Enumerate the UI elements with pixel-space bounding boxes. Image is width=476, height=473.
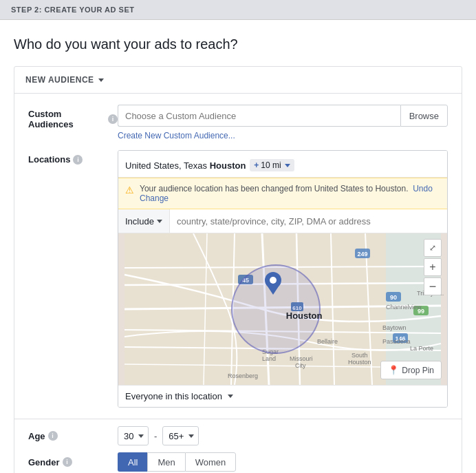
svg-text:Pasadena: Pasadena [382, 338, 411, 345]
age-label: Age i [28, 431, 118, 441]
map-container: 249 45 90 146 99 Channelview [118, 233, 447, 385]
gender-men-button[interactable]: Men [147, 452, 184, 472]
city-name: Houston [210, 160, 246, 171]
locations-content: United States, Texas Houston + 10 mi [118, 150, 448, 408]
main-title: Who do you want your ads to reach? [14, 36, 462, 52]
map-controls: ⤢ + − [424, 239, 442, 295]
custom-audiences-row: Custom Audiences i Browse Create New Cus… [28, 105, 448, 140]
svg-text:South: South [351, 352, 368, 359]
custom-audiences-content: Browse Create New Custom Audience... [118, 105, 448, 140]
warning-text: Your audience location has been changed … [140, 184, 409, 193]
age-to-select[interactable]: 65+ 18 21 25 30 35 40 45 50 55 60 65 [162, 426, 199, 445]
map-expand-button[interactable]: ⤢ [424, 239, 442, 257]
svg-text:Bellaire: Bellaire [317, 338, 338, 345]
svg-marker-42 [268, 286, 279, 295]
new-audience-header[interactable]: NEW AUDIENCE [14, 67, 462, 94]
everyone-label: Everyone in this location [125, 391, 222, 401]
include-label: Include [125, 216, 154, 227]
drop-pin-button[interactable]: 📍 Drop Pin [380, 361, 442, 379]
age-dash: - [154, 431, 157, 441]
houston-map-label: Houston [286, 311, 323, 321]
location-type-row[interactable]: Everyone in this location [118, 385, 447, 407]
svg-text:Channelview: Channelview [386, 304, 422, 311]
svg-point-41 [270, 277, 277, 284]
step-text: STEP 2: CREATE YOUR AD SET [11, 6, 134, 14]
radius-value: 10 mi [261, 160, 281, 170]
map-zoom-in-button[interactable]: + [424, 258, 442, 276]
map-zoom-out-button[interactable]: − [424, 277, 442, 295]
new-audience-label: NEW AUDIENCE [25, 75, 94, 85]
location-tag-row: United States, Texas Houston + 10 mi [118, 151, 447, 178]
everyone-chevron-icon [228, 395, 233, 398]
locations-label: Locations i [28, 150, 118, 165]
age-from-select[interactable]: 30 13 18 21 25 35 40 45 50 55 60 65 [118, 426, 149, 445]
svg-text:City: City [295, 362, 306, 369]
gender-women-button[interactable]: Women [185, 452, 237, 472]
map-pin [263, 271, 283, 299]
custom-audiences-label: Custom Audiences i [28, 105, 118, 129]
audience-section: NEW AUDIENCE Custom Audiences i Browse [14, 66, 462, 473]
custom-audiences-info-icon[interactable]: i [108, 114, 118, 124]
svg-text:Houston: Houston [348, 359, 371, 366]
warning-bar: ⚠ Your audience location has been change… [118, 178, 447, 209]
locations-row: Locations i United States, Texas Houston [28, 150, 448, 408]
svg-text:Baytown: Baytown [382, 324, 407, 331]
pin-icon: 📍 [388, 365, 399, 375]
main-card: Who do you want your ads to reach? NEW A… [0, 20, 476, 473]
include-chevron-icon [157, 220, 162, 223]
svg-text:La Porte: La Porte [410, 345, 433, 352]
svg-text:Missouri: Missouri [290, 355, 313, 362]
plus-icon: + [254, 160, 259, 170]
svg-text:90: 90 [390, 294, 397, 301]
location-search-input[interactable] [170, 209, 447, 233]
svg-text:Rosenberg: Rosenberg [228, 372, 258, 379]
step-header: STEP 2: CREATE YOUR AD SET [0, 0, 476, 20]
create-custom-audience-link[interactable]: Create New Custom Audience... [118, 131, 448, 140]
custom-audience-input[interactable] [118, 105, 400, 127]
include-row: Include [118, 209, 447, 233]
radius-dropdown-icon [285, 164, 290, 167]
age-info-icon[interactable]: i [48, 431, 58, 441]
locations-info-icon[interactable]: i [73, 155, 83, 165]
svg-text:249: 249 [357, 251, 367, 257]
gender-all-button[interactable]: All [118, 452, 147, 472]
gender-buttons: All Men Women [118, 452, 236, 472]
warning-icon: ⚠ [125, 185, 134, 196]
browse-button[interactable]: Browse [400, 105, 448, 127]
include-dropdown[interactable]: Include [118, 209, 170, 233]
radius-selector[interactable]: + 10 mi [250, 159, 294, 171]
chevron-down-icon [98, 78, 104, 82]
age-selects: 30 13 18 21 25 35 40 45 50 55 60 65 - [118, 426, 199, 445]
gender-info-icon[interactable]: i [63, 457, 72, 467]
gender-row: Gender i All Men Women [28, 452, 448, 472]
age-row: Age i 30 13 18 21 25 35 40 45 50 55 [28, 426, 448, 445]
country-state: United States, Texas [125, 160, 207, 171]
gender-label: Gender i [28, 457, 118, 467]
svg-text:Land: Land [262, 355, 276, 362]
